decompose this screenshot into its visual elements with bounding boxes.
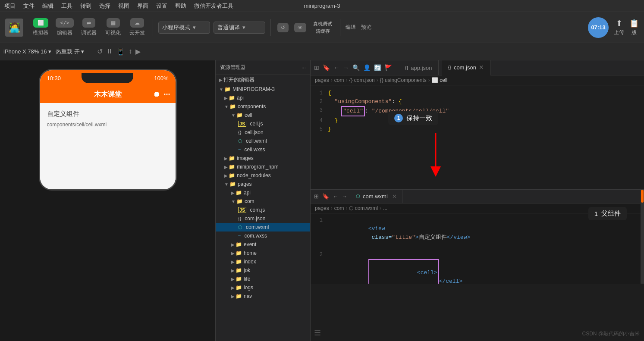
bookmark-icon[interactable]: 🔖	[323, 64, 330, 71]
refresh-button[interactable]: ↺	[276, 23, 290, 32]
bottom-tab-close[interactable]: ✕	[392, 193, 397, 200]
phone-time: 10:30	[47, 75, 61, 81]
resize-icon[interactable]: ↕	[129, 47, 132, 56]
pause-icon[interactable]: ⏸	[106, 47, 113, 56]
clear-cache-label: 清缓存	[316, 28, 330, 34]
device-selector[interactable]: iPhone X 78% 16 ▾	[3, 48, 51, 55]
file-cell-wxss[interactable]: ~ cell.wxss	[216, 145, 310, 154]
editor-button[interactable]: </> 编辑器	[54, 18, 75, 37]
code-line-5: 5 }	[311, 125, 644, 134]
real-debug-label: 真机调试	[313, 21, 332, 27]
folder-index-icon: 📁	[236, 259, 242, 265]
refresh-icon: ↺	[281, 25, 285, 31]
annotation-badge-1: 1	[394, 114, 403, 122]
file-com-wxml[interactable]: ⬡ com.wxml	[216, 223, 310, 232]
more-icon[interactable]: ···	[163, 90, 170, 99]
folder-miniprogram-npm[interactable]: ▶ 📁 miniprogram_npm	[216, 163, 310, 171]
play-icon[interactable]: ▶	[135, 47, 141, 56]
preview-button[interactable]: 👁	[293, 23, 307, 32]
hot-reload-toggle[interactable]: 热重载 开 ▾	[56, 48, 84, 56]
file-com-wxss[interactable]: ~ com.wxss	[216, 232, 310, 240]
folder-node-modules[interactable]: ▶ 📁 node_modules	[216, 171, 310, 180]
menu-item-project[interactable]: 项目	[4, 2, 16, 10]
folder-pages[interactable]: ▼ 📁 pages	[216, 180, 310, 188]
bottom-editor-icons: ⊞ 🔖 ← →	[311, 193, 351, 200]
tab-com-wxml[interactable]: ⬡ com.wxml ✕	[351, 190, 402, 203]
com-json-icon: {}	[238, 216, 241, 221]
menu-item-goto[interactable]: 转到	[80, 2, 91, 10]
annotation-badge-2: 1	[594, 210, 598, 217]
device-bar-icons: ↺ ⏸ 📱 ↕ ▶	[97, 47, 141, 56]
folder-logs[interactable]: ▶ 📁 logs	[216, 283, 310, 292]
mode-select-arrow: ▾	[193, 24, 196, 31]
version-label: 版	[631, 29, 637, 36]
tab-close-button[interactable]: ✕	[479, 64, 484, 71]
split-icon[interactable]: ⊞	[314, 64, 319, 71]
folder-cell[interactable]: ▼ 📁 cell	[216, 111, 310, 119]
folder-nav[interactable]: ▶ 📁 nav	[216, 292, 310, 300]
bottom-forward-icon[interactable]: →	[342, 193, 347, 200]
folder-api-top[interactable]: ▶ 📁 api	[216, 94, 310, 102]
project-root[interactable]: ▼ 📁 MINIPROGRAM-3	[216, 85, 310, 94]
sync-icon[interactable]: 🔄	[374, 64, 381, 71]
code-editor[interactable]: 1 { 2 "usingComponents": { 3 "cell": "/c…	[311, 85, 644, 189]
toolbar-divider	[153, 19, 153, 36]
json-icon: {}	[238, 130, 241, 135]
bottom-code-editor[interactable]: 1 <view class="title">自定义组件</view> 2 <ce…	[311, 213, 644, 284]
tab-com-json[interactable]: {} com.json ✕	[442, 60, 490, 75]
user-icon[interactable]: 👤	[363, 64, 371, 71]
breadcrumb-com: com	[334, 77, 344, 83]
open-editors-section[interactable]: ▶ 打开的编辑器	[216, 75, 310, 85]
folder-components[interactable]: ▼ 📁 components	[216, 102, 310, 111]
menu-item-devtools[interactable]: 微信开发者工具	[194, 2, 233, 10]
folder-event[interactable]: ▶ 📁 event	[216, 240, 310, 249]
compile-select[interactable]: 普通编译 ▾	[214, 22, 265, 34]
file-cell-json[interactable]: {} cell.json	[216, 128, 310, 137]
cloud-icon: ☁	[135, 20, 140, 26]
menu-item-view[interactable]: 视图	[118, 2, 129, 10]
explorer-more[interactable]: ···	[302, 65, 306, 71]
folder-life[interactable]: ▶ 📁 life	[216, 275, 310, 283]
folder-images[interactable]: ▶ 📁 images	[216, 154, 310, 163]
back-icon[interactable]: ←	[333, 64, 339, 71]
file-cell-js[interactable]: JS cell.js	[216, 119, 310, 128]
menu-item-edit[interactable]: 编辑	[42, 2, 53, 10]
folder-pages-api[interactable]: ▶ 📁 api	[216, 188, 310, 197]
forward-icon[interactable]: →	[343, 64, 349, 71]
bottom-bookmark-icon[interactable]: 🔖	[322, 193, 329, 200]
cloud-button[interactable]: ☁ 云开发	[127, 18, 148, 37]
folder-com[interactable]: ▼ 📁 com	[216, 197, 310, 206]
phone-path: components/cell/cell.wxml	[47, 122, 169, 128]
menu-item-help[interactable]: 帮助	[175, 2, 186, 10]
explorer-header: 资源管理器 ···	[216, 60, 310, 75]
simulator-button[interactable]: ⬜ 模拟器	[30, 18, 51, 37]
search-icon[interactable]: 🔍	[352, 64, 360, 71]
file-com-js[interactable]: JS com.js	[216, 206, 310, 214]
menu-item-tool[interactable]: 工具	[61, 2, 72, 10]
menu-item-select[interactable]: 选择	[99, 2, 110, 10]
refresh-device-icon[interactable]: ↺	[97, 47, 103, 56]
phone-icon[interactable]: 📱	[116, 47, 125, 56]
visualize-button[interactable]: ▦ 可视化	[103, 18, 123, 37]
upload-button[interactable]: ⬆ 上传	[614, 19, 624, 36]
bottom-back-icon[interactable]: ←	[333, 193, 338, 200]
right-scrollbar[interactable]	[641, 190, 644, 284]
file-cell-wxml[interactable]: ⬡ cell.wxml	[216, 137, 310, 145]
menu-item-settings[interactable]: 设置	[156, 2, 167, 10]
folder-index[interactable]: ▶ 📁 index	[216, 257, 310, 266]
flag-icon[interactable]: 🚩	[385, 64, 392, 71]
bottom-menu-icon[interactable]: ☰	[314, 328, 321, 338]
file-com-json[interactable]: {} com.json	[216, 214, 310, 223]
debugger-button[interactable]: ⇌ 调试器	[79, 18, 99, 37]
tab-app-json[interactable]: {} app.json	[399, 60, 439, 75]
version-button[interactable]: 📋 版	[629, 19, 639, 36]
annotation-keep-consistent: 1 保持一致	[388, 111, 438, 125]
menu-item-file[interactable]: 文件	[23, 2, 35, 10]
mode-select[interactable]: 小程序模式 ▾	[158, 22, 210, 34]
folder-home[interactable]: ▶ 📁 home	[216, 249, 310, 257]
debugger-icon: ⇌	[87, 20, 91, 26]
phone-status-bar: 10:30 100%	[40, 70, 176, 86]
menu-item-interface[interactable]: 界面	[137, 2, 148, 10]
folder-jok[interactable]: ▶ 📁 jok	[216, 266, 310, 275]
bottom-split-icon[interactable]: ⊞	[314, 193, 319, 200]
